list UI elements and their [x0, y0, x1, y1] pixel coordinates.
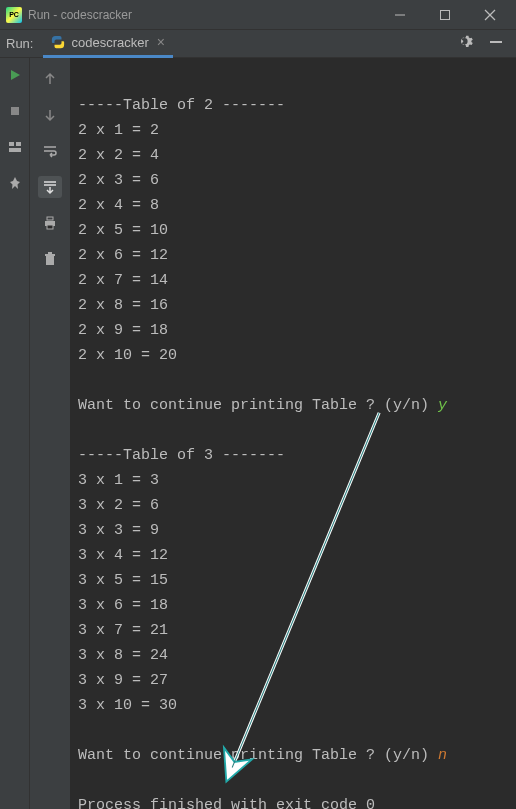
- output-line: Want to continue printing Table ? (y/n): [78, 747, 438, 764]
- tabbar-right: [458, 34, 510, 54]
- action-column: [30, 58, 70, 809]
- print-icon: [42, 215, 58, 231]
- output-line: -----Table of 2 -------: [78, 97, 285, 114]
- soft-wrap-button[interactable]: [38, 140, 62, 162]
- close-icon: [484, 9, 496, 21]
- output-line: 2 x 4 = 8: [78, 197, 159, 214]
- arrow-down-icon: [42, 107, 58, 123]
- svg-rect-13: [46, 256, 54, 265]
- svg-rect-14: [45, 254, 55, 256]
- svg-rect-11: [47, 217, 53, 220]
- output-line: 2 x 9 = 18: [78, 322, 168, 339]
- svg-rect-15: [48, 252, 52, 254]
- tab-codescracker[interactable]: codescracker ×: [43, 30, 173, 58]
- up-button[interactable]: [38, 68, 62, 90]
- svg-rect-9: [9, 148, 21, 152]
- left-gutter: [0, 58, 30, 809]
- arrow-up-icon: [42, 71, 58, 87]
- main-area: -----Table of 2 ------- 2 x 1 = 2 2 x 2 …: [0, 58, 516, 809]
- svg-rect-6: [11, 107, 19, 115]
- output-line: Want to continue printing Table ? (y/n): [78, 397, 438, 414]
- maximize-button[interactable]: [422, 1, 467, 29]
- trash-icon: [42, 251, 58, 267]
- settings-button[interactable]: [458, 34, 474, 54]
- down-button[interactable]: [38, 104, 62, 126]
- python-icon: [51, 35, 65, 49]
- svg-rect-1: [440, 10, 449, 19]
- minimize-icon: [394, 9, 406, 21]
- rerun-button[interactable]: [8, 68, 22, 86]
- output-line: 2 x 2 = 4: [78, 147, 159, 164]
- clear-button[interactable]: [38, 248, 62, 270]
- output-line: 3 x 4 = 12: [78, 547, 168, 564]
- print-button[interactable]: [38, 212, 62, 234]
- layout-button[interactable]: [8, 140, 22, 158]
- hide-button[interactable]: [488, 34, 504, 54]
- output-line: 2 x 7 = 14: [78, 272, 168, 289]
- output-line: 3 x 2 = 6: [78, 497, 159, 514]
- output-line: 3 x 6 = 18: [78, 597, 168, 614]
- console-output[interactable]: -----Table of 2 ------- 2 x 1 = 2 2 x 2 …: [70, 58, 516, 809]
- soft-wrap-icon: [42, 143, 58, 159]
- output-line: 3 x 7 = 21: [78, 622, 168, 639]
- stop-button[interactable]: [8, 104, 22, 122]
- output-line: 2 x 10 = 20: [78, 347, 177, 364]
- minimize-panel-icon: [488, 34, 504, 50]
- svg-rect-12: [47, 225, 53, 229]
- output-line: -----Table of 3 -------: [78, 447, 285, 464]
- tab-name: codescracker: [71, 35, 148, 50]
- pin-icon: [8, 176, 22, 190]
- output-line: 3 x 1 = 3: [78, 472, 159, 489]
- scroll-end-icon: [42, 179, 58, 195]
- maximize-icon: [439, 9, 451, 21]
- output-line: 2 x 3 = 6: [78, 172, 159, 189]
- output-line: 2 x 1 = 2: [78, 122, 159, 139]
- output-line: 3 x 9 = 27: [78, 672, 168, 689]
- scroll-to-end-button[interactable]: [38, 176, 62, 198]
- output-line: 2 x 6 = 12: [78, 247, 168, 264]
- output-line: 3 x 8 = 24: [78, 647, 168, 664]
- tab-close-button[interactable]: ×: [157, 34, 165, 50]
- output-line: Process finished with exit code 0: [78, 797, 375, 809]
- minimize-button[interactable]: [377, 1, 422, 29]
- user-input: n: [438, 747, 447, 764]
- output-line: 2 x 5 = 10: [78, 222, 168, 239]
- run-label: Run:: [6, 36, 33, 51]
- titlebar: PC Run - codescracker: [0, 0, 516, 30]
- svg-rect-8: [16, 142, 21, 146]
- output-line: 3 x 5 = 15: [78, 572, 168, 589]
- play-icon: [8, 68, 22, 82]
- output-line: 3 x 10 = 30: [78, 697, 177, 714]
- output-line: 2 x 8 = 16: [78, 297, 168, 314]
- app-icon: PC: [6, 7, 22, 23]
- gear-icon: [458, 34, 474, 50]
- svg-line-17: [232, 413, 379, 768]
- run-tabbar: Run: codescracker ×: [0, 30, 516, 58]
- user-input: y: [438, 397, 447, 414]
- output-line: 3 x 3 = 9: [78, 522, 159, 539]
- svg-marker-5: [11, 70, 20, 80]
- svg-line-16: [232, 413, 379, 768]
- pin-button[interactable]: [8, 176, 22, 194]
- layout-icon: [8, 140, 22, 154]
- svg-rect-7: [9, 142, 14, 146]
- window-title: Run - codescracker: [28, 8, 377, 22]
- window-controls: [377, 1, 512, 29]
- stop-icon: [8, 104, 22, 118]
- close-button[interactable]: [467, 1, 512, 29]
